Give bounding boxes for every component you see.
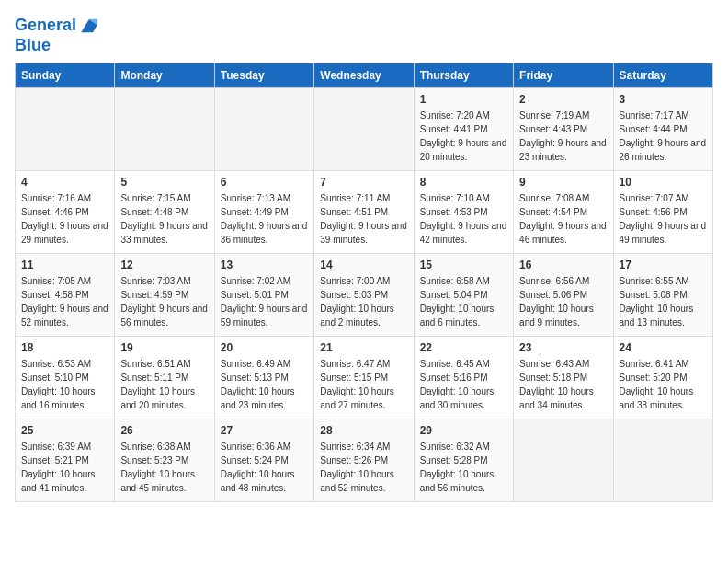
day-number: 11 xyxy=(21,259,108,271)
day-number: 16 xyxy=(519,259,607,271)
calendar-cell xyxy=(613,419,712,501)
calendar-cell: 18 Sunrise: 6:53 AMSunset: 5:10 PMDaylig… xyxy=(16,336,115,419)
weekday-header-friday: Friday xyxy=(514,63,613,87)
logo-text: General xyxy=(15,17,76,35)
calendar-table: SundayMondayTuesdayWednesdayThursdayFrid… xyxy=(15,63,713,502)
calendar-cell: 8 Sunrise: 7:10 AMSunset: 4:53 PMDayligh… xyxy=(414,170,513,253)
calendar-cell: 21 Sunrise: 6:47 AMSunset: 5:15 PMDaylig… xyxy=(314,336,414,419)
week-row-5: 25 Sunrise: 6:39 AMSunset: 5:21 PMDaylig… xyxy=(16,419,713,501)
page-header: General Blue xyxy=(15,15,713,55)
day-info: Sunrise: 7:13 AMSunset: 4:49 PMDaylight:… xyxy=(221,191,308,247)
calendar-cell xyxy=(514,419,613,501)
weekday-header-sunday: Sunday xyxy=(16,63,115,87)
day-info: Sunrise: 7:07 AMSunset: 4:56 PMDaylight:… xyxy=(620,191,707,247)
calendar-cell: 7 Sunrise: 7:11 AMSunset: 4:51 PMDayligh… xyxy=(314,170,414,253)
day-number: 23 xyxy=(519,341,607,354)
calendar-cell: 12 Sunrise: 7:03 AMSunset: 4:59 PMDaylig… xyxy=(115,253,214,336)
weekday-header-thursday: Thursday xyxy=(414,63,513,87)
weekday-header-saturday: Saturday xyxy=(613,63,712,87)
day-number: 26 xyxy=(120,424,208,437)
day-info: Sunrise: 6:39 AMSunset: 5:21 PMDaylight:… xyxy=(21,440,108,495)
weekday-header-tuesday: Tuesday xyxy=(214,63,313,87)
calendar-cell: 26 Sunrise: 6:38 AMSunset: 5:23 PMDaylig… xyxy=(115,419,214,501)
calendar-cell xyxy=(115,87,214,170)
calendar-cell: 2 Sunrise: 7:19 AMSunset: 4:43 PMDayligh… xyxy=(514,87,613,170)
day-number: 7 xyxy=(320,176,407,189)
day-info: Sunrise: 7:05 AMSunset: 4:58 PMDaylight:… xyxy=(21,274,108,329)
day-info: Sunrise: 6:47 AMSunset: 5:15 PMDaylight:… xyxy=(320,357,407,412)
logo: General Blue xyxy=(15,15,100,55)
calendar-cell: 6 Sunrise: 7:13 AMSunset: 4:49 PMDayligh… xyxy=(214,170,313,253)
day-number: 2 xyxy=(519,93,607,106)
weekday-header-row: SundayMondayTuesdayWednesdayThursdayFrid… xyxy=(16,63,713,87)
weekday-header-monday: Monday xyxy=(115,63,214,87)
day-number: 13 xyxy=(221,259,308,271)
day-info: Sunrise: 6:55 AMSunset: 5:08 PMDaylight:… xyxy=(620,274,707,329)
day-info: Sunrise: 7:20 AMSunset: 4:41 PMDaylight:… xyxy=(420,109,507,164)
calendar-cell: 5 Sunrise: 7:15 AMSunset: 4:48 PMDayligh… xyxy=(115,170,214,253)
day-number: 5 xyxy=(120,176,208,189)
day-number: 15 xyxy=(420,259,507,271)
day-info: Sunrise: 7:17 AMSunset: 4:44 PMDaylight:… xyxy=(620,109,707,164)
day-info: Sunrise: 6:34 AMSunset: 5:26 PMDaylight:… xyxy=(320,440,407,495)
day-info: Sunrise: 6:45 AMSunset: 5:16 PMDaylight:… xyxy=(420,357,507,412)
calendar-cell: 10 Sunrise: 7:07 AMSunset: 4:56 PMDaylig… xyxy=(613,170,712,253)
day-number: 12 xyxy=(120,259,208,271)
day-number: 18 xyxy=(21,341,108,354)
day-info: Sunrise: 6:43 AMSunset: 5:18 PMDaylight:… xyxy=(519,357,607,412)
calendar-cell: 15 Sunrise: 6:58 AMSunset: 5:04 PMDaylig… xyxy=(414,253,513,336)
day-info: Sunrise: 7:00 AMSunset: 5:03 PMDaylight:… xyxy=(320,274,407,329)
day-info: Sunrise: 6:49 AMSunset: 5:13 PMDaylight:… xyxy=(221,357,308,412)
weekday-header-wednesday: Wednesday xyxy=(314,63,414,87)
calendar-cell xyxy=(214,87,313,170)
calendar-cell: 17 Sunrise: 6:55 AMSunset: 5:08 PMDaylig… xyxy=(613,253,712,336)
day-info: Sunrise: 7:08 AMSunset: 4:54 PMDaylight:… xyxy=(519,191,607,247)
day-info: Sunrise: 6:51 AMSunset: 5:11 PMDaylight:… xyxy=(120,357,208,412)
calendar-cell: 4 Sunrise: 7:16 AMSunset: 4:46 PMDayligh… xyxy=(16,170,115,253)
day-number: 27 xyxy=(221,424,308,437)
logo-icon xyxy=(78,15,100,37)
day-number: 19 xyxy=(120,341,208,354)
calendar-cell: 16 Sunrise: 6:56 AMSunset: 5:06 PMDaylig… xyxy=(514,253,613,336)
day-info: Sunrise: 6:32 AMSunset: 5:28 PMDaylight:… xyxy=(420,440,507,495)
day-number: 20 xyxy=(221,341,308,354)
day-info: Sunrise: 7:10 AMSunset: 4:53 PMDaylight:… xyxy=(420,191,507,247)
calendar-cell: 24 Sunrise: 6:41 AMSunset: 5:20 PMDaylig… xyxy=(613,336,712,419)
calendar-cell: 25 Sunrise: 6:39 AMSunset: 5:21 PMDaylig… xyxy=(16,419,115,501)
calendar-cell: 22 Sunrise: 6:45 AMSunset: 5:16 PMDaylig… xyxy=(414,336,513,419)
calendar-cell: 3 Sunrise: 7:17 AMSunset: 4:44 PMDayligh… xyxy=(613,87,712,170)
day-info: Sunrise: 6:36 AMSunset: 5:24 PMDaylight:… xyxy=(221,440,308,495)
calendar-cell xyxy=(16,87,115,170)
day-number: 9 xyxy=(519,176,607,189)
calendar-cell xyxy=(314,87,414,170)
day-number: 6 xyxy=(221,176,308,189)
day-info: Sunrise: 6:38 AMSunset: 5:23 PMDaylight:… xyxy=(120,440,208,495)
day-info: Sunrise: 7:11 AMSunset: 4:51 PMDaylight:… xyxy=(320,191,407,247)
week-row-2: 4 Sunrise: 7:16 AMSunset: 4:46 PMDayligh… xyxy=(16,170,713,253)
calendar-cell: 20 Sunrise: 6:49 AMSunset: 5:13 PMDaylig… xyxy=(214,336,313,419)
calendar-cell: 13 Sunrise: 7:02 AMSunset: 5:01 PMDaylig… xyxy=(214,253,313,336)
day-number: 1 xyxy=(420,93,507,106)
day-number: 28 xyxy=(320,424,407,437)
calendar-cell: 14 Sunrise: 7:00 AMSunset: 5:03 PMDaylig… xyxy=(314,253,414,336)
week-row-1: 1 Sunrise: 7:20 AMSunset: 4:41 PMDayligh… xyxy=(16,87,713,170)
day-number: 4 xyxy=(21,176,108,189)
day-number: 14 xyxy=(320,259,407,271)
calendar-cell: 1 Sunrise: 7:20 AMSunset: 4:41 PMDayligh… xyxy=(414,87,513,170)
calendar-cell: 11 Sunrise: 7:05 AMSunset: 4:58 PMDaylig… xyxy=(16,253,115,336)
day-number: 17 xyxy=(620,259,707,271)
day-info: Sunrise: 6:58 AMSunset: 5:04 PMDaylight:… xyxy=(420,274,507,329)
calendar-cell: 27 Sunrise: 6:36 AMSunset: 5:24 PMDaylig… xyxy=(214,419,313,501)
day-info: Sunrise: 7:15 AMSunset: 4:48 PMDaylight:… xyxy=(120,191,208,247)
day-info: Sunrise: 7:03 AMSunset: 4:59 PMDaylight:… xyxy=(120,274,208,329)
day-number: 24 xyxy=(620,341,707,354)
calendar-cell: 23 Sunrise: 6:43 AMSunset: 5:18 PMDaylig… xyxy=(514,336,613,419)
day-number: 8 xyxy=(420,176,507,189)
day-number: 22 xyxy=(420,341,507,354)
day-number: 3 xyxy=(620,93,707,106)
calendar-cell: 9 Sunrise: 7:08 AMSunset: 4:54 PMDayligh… xyxy=(514,170,613,253)
day-number: 21 xyxy=(320,341,407,354)
day-number: 29 xyxy=(420,424,507,437)
calendar-cell: 19 Sunrise: 6:51 AMSunset: 5:11 PMDaylig… xyxy=(115,336,214,419)
calendar-cell: 28 Sunrise: 6:34 AMSunset: 5:26 PMDaylig… xyxy=(314,419,414,501)
